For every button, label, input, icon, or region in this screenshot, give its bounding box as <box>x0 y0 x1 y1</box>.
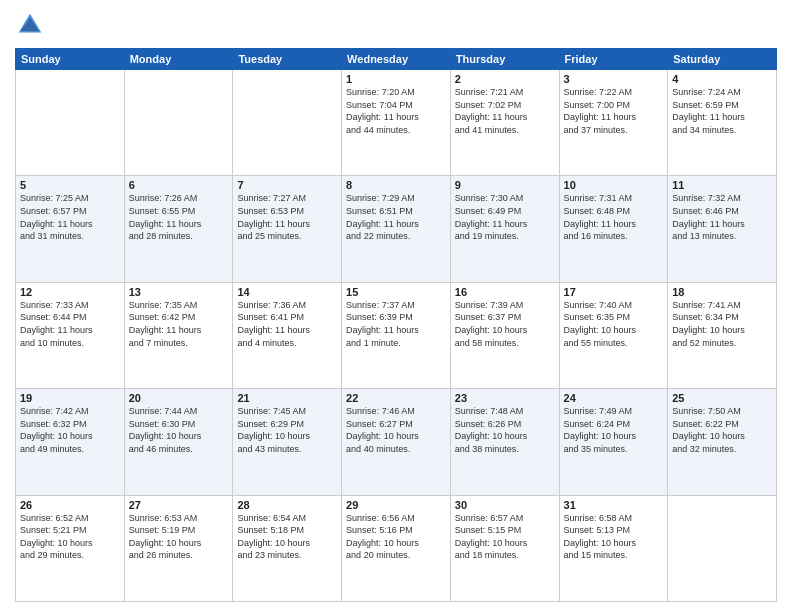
day-number: 4 <box>672 73 772 85</box>
calendar-cell: 19Sunrise: 7:42 AM Sunset: 6:32 PM Dayli… <box>16 389 125 495</box>
day-number: 1 <box>346 73 446 85</box>
calendar-cell: 25Sunrise: 7:50 AM Sunset: 6:22 PM Dayli… <box>668 389 777 495</box>
day-number: 22 <box>346 392 446 404</box>
day-info: Sunrise: 7:20 AM Sunset: 7:04 PM Dayligh… <box>346 86 446 136</box>
day-info: Sunrise: 7:44 AM Sunset: 6:30 PM Dayligh… <box>129 405 229 455</box>
calendar-row: 26Sunrise: 6:52 AM Sunset: 5:21 PM Dayli… <box>16 495 777 601</box>
calendar-cell: 11Sunrise: 7:32 AM Sunset: 6:46 PM Dayli… <box>668 176 777 282</box>
calendar-cell: 2Sunrise: 7:21 AM Sunset: 7:02 PM Daylig… <box>450 70 559 176</box>
day-number: 6 <box>129 179 229 191</box>
day-info: Sunrise: 7:49 AM Sunset: 6:24 PM Dayligh… <box>564 405 664 455</box>
calendar-cell: 29Sunrise: 6:56 AM Sunset: 5:16 PM Dayli… <box>342 495 451 601</box>
day-number: 16 <box>455 286 555 298</box>
day-number: 12 <box>20 286 120 298</box>
day-info: Sunrise: 6:56 AM Sunset: 5:16 PM Dayligh… <box>346 512 446 562</box>
day-number: 28 <box>237 499 337 511</box>
calendar-cell: 18Sunrise: 7:41 AM Sunset: 6:34 PM Dayli… <box>668 282 777 388</box>
day-number: 18 <box>672 286 772 298</box>
day-number: 24 <box>564 392 664 404</box>
calendar-cell <box>668 495 777 601</box>
day-number: 5 <box>20 179 120 191</box>
weekday-header-tuesday: Tuesday <box>233 49 342 70</box>
day-number: 25 <box>672 392 772 404</box>
day-number: 27 <box>129 499 229 511</box>
day-number: 30 <box>455 499 555 511</box>
day-info: Sunrise: 7:39 AM Sunset: 6:37 PM Dayligh… <box>455 299 555 349</box>
day-number: 11 <box>672 179 772 191</box>
day-number: 10 <box>564 179 664 191</box>
calendar-header-row: SundayMondayTuesdayWednesdayThursdayFrid… <box>16 49 777 70</box>
day-info: Sunrise: 7:25 AM Sunset: 6:57 PM Dayligh… <box>20 192 120 242</box>
day-info: Sunrise: 6:53 AM Sunset: 5:19 PM Dayligh… <box>129 512 229 562</box>
day-number: 8 <box>346 179 446 191</box>
day-info: Sunrise: 7:37 AM Sunset: 6:39 PM Dayligh… <box>346 299 446 349</box>
page: SundayMondayTuesdayWednesdayThursdayFrid… <box>0 0 792 612</box>
calendar-cell: 21Sunrise: 7:45 AM Sunset: 6:29 PM Dayli… <box>233 389 342 495</box>
day-info: Sunrise: 7:30 AM Sunset: 6:49 PM Dayligh… <box>455 192 555 242</box>
day-info: Sunrise: 6:58 AM Sunset: 5:13 PM Dayligh… <box>564 512 664 562</box>
day-number: 3 <box>564 73 664 85</box>
day-number: 13 <box>129 286 229 298</box>
calendar-cell: 6Sunrise: 7:26 AM Sunset: 6:55 PM Daylig… <box>124 176 233 282</box>
day-info: Sunrise: 7:21 AM Sunset: 7:02 PM Dayligh… <box>455 86 555 136</box>
calendar-cell: 22Sunrise: 7:46 AM Sunset: 6:27 PM Dayli… <box>342 389 451 495</box>
day-number: 9 <box>455 179 555 191</box>
day-number: 29 <box>346 499 446 511</box>
weekday-header-thursday: Thursday <box>450 49 559 70</box>
calendar-cell <box>16 70 125 176</box>
day-info: Sunrise: 6:54 AM Sunset: 5:18 PM Dayligh… <box>237 512 337 562</box>
day-info: Sunrise: 7:26 AM Sunset: 6:55 PM Dayligh… <box>129 192 229 242</box>
day-number: 15 <box>346 286 446 298</box>
calendar-cell: 30Sunrise: 6:57 AM Sunset: 5:15 PM Dayli… <box>450 495 559 601</box>
day-number: 7 <box>237 179 337 191</box>
calendar-cell: 8Sunrise: 7:29 AM Sunset: 6:51 PM Daylig… <box>342 176 451 282</box>
calendar-cell: 7Sunrise: 7:27 AM Sunset: 6:53 PM Daylig… <box>233 176 342 282</box>
day-number: 21 <box>237 392 337 404</box>
day-info: Sunrise: 7:46 AM Sunset: 6:27 PM Dayligh… <box>346 405 446 455</box>
calendar-cell: 13Sunrise: 7:35 AM Sunset: 6:42 PM Dayli… <box>124 282 233 388</box>
calendar-cell: 26Sunrise: 6:52 AM Sunset: 5:21 PM Dayli… <box>16 495 125 601</box>
day-info: Sunrise: 7:41 AM Sunset: 6:34 PM Dayligh… <box>672 299 772 349</box>
weekday-header-friday: Friday <box>559 49 668 70</box>
day-info: Sunrise: 7:33 AM Sunset: 6:44 PM Dayligh… <box>20 299 120 349</box>
calendar-cell: 4Sunrise: 7:24 AM Sunset: 6:59 PM Daylig… <box>668 70 777 176</box>
day-info: Sunrise: 7:27 AM Sunset: 6:53 PM Dayligh… <box>237 192 337 242</box>
calendar-cell: 27Sunrise: 6:53 AM Sunset: 5:19 PM Dayli… <box>124 495 233 601</box>
day-info: Sunrise: 7:29 AM Sunset: 6:51 PM Dayligh… <box>346 192 446 242</box>
calendar-row: 5Sunrise: 7:25 AM Sunset: 6:57 PM Daylig… <box>16 176 777 282</box>
calendar-cell: 3Sunrise: 7:22 AM Sunset: 7:00 PM Daylig… <box>559 70 668 176</box>
calendar-cell <box>124 70 233 176</box>
calendar-cell: 10Sunrise: 7:31 AM Sunset: 6:48 PM Dayli… <box>559 176 668 282</box>
day-number: 20 <box>129 392 229 404</box>
calendar-cell: 24Sunrise: 7:49 AM Sunset: 6:24 PM Dayli… <box>559 389 668 495</box>
calendar-cell <box>233 70 342 176</box>
calendar-row: 12Sunrise: 7:33 AM Sunset: 6:44 PM Dayli… <box>16 282 777 388</box>
day-info: Sunrise: 6:52 AM Sunset: 5:21 PM Dayligh… <box>20 512 120 562</box>
day-number: 23 <box>455 392 555 404</box>
calendar-cell: 31Sunrise: 6:58 AM Sunset: 5:13 PM Dayli… <box>559 495 668 601</box>
calendar-row: 19Sunrise: 7:42 AM Sunset: 6:32 PM Dayli… <box>16 389 777 495</box>
calendar-cell: 20Sunrise: 7:44 AM Sunset: 6:30 PM Dayli… <box>124 389 233 495</box>
calendar-cell: 23Sunrise: 7:48 AM Sunset: 6:26 PM Dayli… <box>450 389 559 495</box>
calendar-cell: 1Sunrise: 7:20 AM Sunset: 7:04 PM Daylig… <box>342 70 451 176</box>
calendar-cell: 9Sunrise: 7:30 AM Sunset: 6:49 PM Daylig… <box>450 176 559 282</box>
day-info: Sunrise: 7:45 AM Sunset: 6:29 PM Dayligh… <box>237 405 337 455</box>
weekday-header-monday: Monday <box>124 49 233 70</box>
calendar-cell: 28Sunrise: 6:54 AM Sunset: 5:18 PM Dayli… <box>233 495 342 601</box>
calendar-cell: 5Sunrise: 7:25 AM Sunset: 6:57 PM Daylig… <box>16 176 125 282</box>
day-number: 17 <box>564 286 664 298</box>
day-info: Sunrise: 7:35 AM Sunset: 6:42 PM Dayligh… <box>129 299 229 349</box>
day-info: Sunrise: 7:24 AM Sunset: 6:59 PM Dayligh… <box>672 86 772 136</box>
calendar-cell: 12Sunrise: 7:33 AM Sunset: 6:44 PM Dayli… <box>16 282 125 388</box>
calendar-cell: 14Sunrise: 7:36 AM Sunset: 6:41 PM Dayli… <box>233 282 342 388</box>
calendar-table: SundayMondayTuesdayWednesdayThursdayFrid… <box>15 48 777 602</box>
day-info: Sunrise: 6:57 AM Sunset: 5:15 PM Dayligh… <box>455 512 555 562</box>
day-number: 2 <box>455 73 555 85</box>
day-info: Sunrise: 7:48 AM Sunset: 6:26 PM Dayligh… <box>455 405 555 455</box>
weekday-header-sunday: Sunday <box>16 49 125 70</box>
day-info: Sunrise: 7:31 AM Sunset: 6:48 PM Dayligh… <box>564 192 664 242</box>
day-info: Sunrise: 7:40 AM Sunset: 6:35 PM Dayligh… <box>564 299 664 349</box>
weekday-header-wednesday: Wednesday <box>342 49 451 70</box>
day-info: Sunrise: 7:36 AM Sunset: 6:41 PM Dayligh… <box>237 299 337 349</box>
day-number: 19 <box>20 392 120 404</box>
